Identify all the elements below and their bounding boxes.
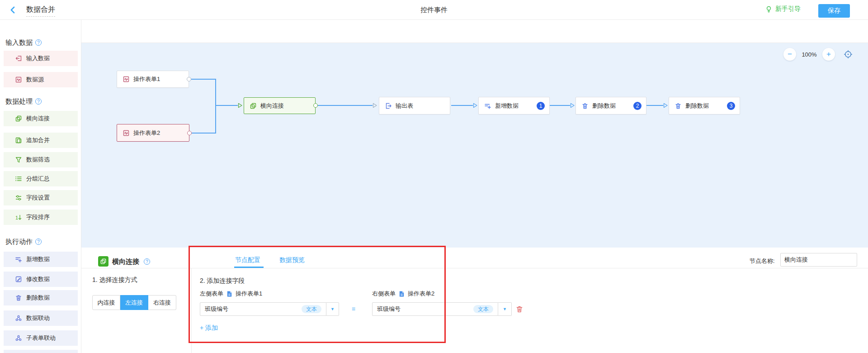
left-form-value: 操作表单1: [236, 290, 262, 298]
join-right-button[interactable]: 右连接: [148, 295, 176, 310]
right-field-value: 班级编号: [377, 305, 401, 313]
node-name-input[interactable]: [780, 253, 857, 267]
sidebar-item-field-settings[interactable]: 字段设置: [4, 190, 78, 205]
flow-canvas[interactable]: [81, 43, 868, 248]
save-button[interactable]: 保存: [818, 4, 850, 18]
section-label: 数据处理: [5, 97, 33, 106]
node-order-badge: 1: [537, 102, 545, 110]
node-label: 操作表单1: [133, 75, 160, 83]
wire: [216, 105, 238, 106]
output-port[interactable]: [313, 103, 318, 108]
sidebar-item-field-sort[interactable]: 字段排序: [4, 210, 78, 225]
add-join-field-link[interactable]: + 添加: [200, 324, 218, 332]
tab-node-config[interactable]: 节点配置: [235, 256, 260, 264]
right-form-value: 操作表单2: [408, 290, 434, 298]
help-icon[interactable]: ?: [35, 239, 42, 245]
sidebar-item-data-source[interactable]: 数据源: [4, 72, 78, 87]
sidebar-item-label: 修改数据: [26, 275, 50, 283]
node-delete-data-1[interactable]: 删除数据 2: [576, 97, 646, 114]
node-label: 删除数据: [685, 102, 709, 110]
zoom-in-button[interactable]: +: [822, 48, 835, 61]
horizontal-join-node-icon: [98, 256, 108, 267]
help-icon[interactable]: ?: [35, 98, 42, 105]
node-output-table[interactable]: 输出表: [379, 97, 450, 114]
canvas-toolbar: [81, 20, 868, 43]
join-inner-button[interactable]: 内连接: [92, 295, 120, 310]
right-field-dropdown-button[interactable]: ▼: [498, 302, 512, 316]
data-filter-icon: [15, 156, 22, 163]
fit-view-target-icon[interactable]: [844, 50, 853, 59]
sidebar-item-label: 追加合并: [26, 136, 50, 144]
node-label: 操作表单2: [133, 129, 160, 137]
right-field-select[interactable]: 班级编号 文本: [372, 302, 498, 316]
form-icon: [123, 76, 130, 83]
node-order-badge: 3: [727, 102, 735, 110]
sidebar-item-add-data[interactable]: 新增数据: [4, 252, 78, 267]
delete-field-row-icon[interactable]: [515, 305, 524, 313]
sidebar-item-append-merge[interactable]: 追加合并: [4, 133, 78, 148]
top-header: 数据合并 控件事件 新手引导 保存: [0, 0, 868, 20]
sidebar-section-data-processing: 数据处理 ?: [5, 97, 42, 106]
node-order-badge: 2: [633, 102, 642, 110]
form-icon: [123, 129, 130, 137]
zoom-out-button[interactable]: −: [783, 48, 796, 61]
right-form-row: 右侧表单 操作表单2: [372, 290, 434, 298]
sidebar-item-subform-linkage[interactable]: 子表单联动: [4, 330, 78, 346]
field-type-badge: 文本: [473, 305, 493, 313]
sidebar-item-partial[interactable]: [4, 350, 78, 353]
sidebar-item-label: 删除数据: [26, 294, 50, 302]
page-title: 控件事件: [0, 6, 868, 14]
help-icon[interactable]: ?: [35, 39, 42, 46]
arrowhead-icon: [238, 103, 243, 108]
node-name-label: 节点名称:: [750, 257, 775, 265]
wire: [316, 105, 373, 106]
sidebar-item-label: 数据筛选: [26, 156, 50, 164]
form-doc-icon: [226, 291, 233, 297]
sidebar-item-horizontal-join[interactable]: 横向连接: [4, 111, 78, 126]
node-add-data[interactable]: 新增数据 1: [478, 97, 550, 114]
left-field-value: 班级编号: [205, 305, 228, 313]
app-window: 数据合并 控件事件 新手引导 保存 输入数据 ? 输入数据 数据源 数据处理 ?…: [0, 0, 868, 353]
arrowhead-icon: [473, 103, 478, 108]
node-label: 横向连接: [260, 102, 284, 110]
import-icon: [15, 55, 22, 62]
left-form-label: 左侧表单: [200, 290, 223, 298]
sidebar-item-label: 分组汇总: [26, 175, 50, 183]
beginner-guide-link[interactable]: 新手引导: [765, 5, 801, 13]
beginner-guide-label: 新手引导: [775, 5, 801, 13]
node-form-1[interactable]: 操作表单1: [117, 71, 189, 88]
sidebar-item-edit-data[interactable]: 修改数据: [4, 272, 78, 287]
wire: [646, 105, 663, 106]
output-port[interactable]: [187, 131, 192, 135]
node-horizontal-join[interactable]: 横向连接: [244, 97, 316, 114]
panel-divider-vertical: [191, 268, 192, 353]
node-form-2[interactable]: 操作表单2: [117, 124, 189, 142]
wire: [451, 105, 473, 106]
right-form-label: 右侧表单: [372, 290, 396, 298]
sidebar-item-data-linkage[interactable]: 数据联动: [4, 310, 78, 326]
delete-data-icon: [581, 102, 589, 110]
wire: [189, 133, 216, 134]
left-field-select[interactable]: 班级编号 文本: [200, 302, 326, 316]
append-merge-icon: [15, 137, 22, 144]
left-field-dropdown-button[interactable]: ▼: [326, 302, 339, 316]
field-type-badge: 文本: [302, 305, 321, 313]
tab-data-preview[interactable]: 数据预览: [279, 256, 305, 264]
sidebar-item-label: 数据联动: [26, 314, 50, 322]
sidebar-item-input-data[interactable]: 输入数据: [4, 51, 78, 66]
add-data-icon: [484, 102, 491, 110]
horizontal-join-icon: [250, 102, 257, 110]
node-delete-data-2[interactable]: 删除数据 3: [669, 97, 740, 114]
sidebar-item-data-filter[interactable]: 数据筛选: [4, 152, 78, 167]
sidebar-item-delete-data[interactable]: 删除数据: [4, 290, 78, 305]
field-sort-icon: [15, 214, 22, 221]
help-icon[interactable]: ?: [144, 258, 150, 265]
add-data-icon: [15, 256, 22, 263]
output-port[interactable]: [187, 77, 191, 81]
sidebar-item-label: 新增数据: [26, 255, 50, 263]
node-label: 删除数据: [592, 102, 616, 110]
horizontal-join-icon: [15, 115, 22, 122]
sidebar-item-group-summary[interactable]: 分组汇总: [4, 171, 78, 186]
arrowhead-icon: [373, 103, 378, 108]
join-left-button[interactable]: 左连接: [120, 295, 148, 310]
